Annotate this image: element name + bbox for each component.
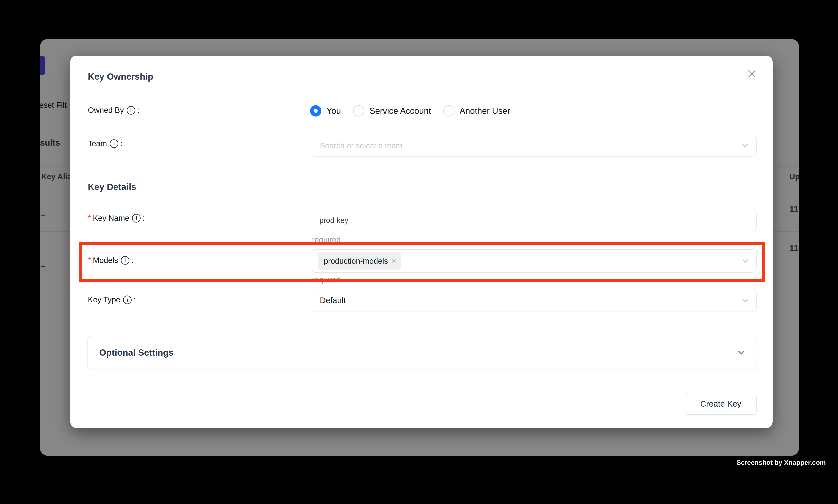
close-button[interactable] xyxy=(745,67,759,80)
optional-settings-panel[interactable]: Optional Settings xyxy=(88,336,757,369)
chevron-down-icon xyxy=(741,141,750,150)
radio-option-service-account[interactable]: Service Account xyxy=(353,105,431,116)
team-select-placeholder: Search or select a team xyxy=(311,141,402,150)
models-validation-message: required xyxy=(312,275,341,284)
create-key-button-label: Create Key xyxy=(700,399,741,409)
radio-label: Service Account xyxy=(370,106,431,116)
radio-selected-icon[interactable] xyxy=(310,105,321,116)
key-name-input[interactable] xyxy=(311,209,756,232)
team-select[interactable]: Search or select a team xyxy=(311,135,756,157)
info-icon[interactable]: i xyxy=(127,106,135,114)
label-colon: : xyxy=(133,295,136,304)
radio-unselected-icon[interactable] xyxy=(443,105,454,116)
radio-option-you[interactable]: You xyxy=(310,105,341,116)
close-icon xyxy=(746,68,757,79)
info-icon[interactable]: i xyxy=(110,139,118,148)
tag-remove-icon[interactable]: × xyxy=(391,257,396,265)
create-key-button[interactable]: Create Key xyxy=(685,393,756,415)
team-label-text: Team xyxy=(88,139,107,148)
key-type-select[interactable]: Default xyxy=(311,289,756,312)
team-label: Team i : xyxy=(88,139,122,148)
label-colon: : xyxy=(143,214,145,222)
chevron-down-icon xyxy=(741,296,750,305)
models-label: * Models i : xyxy=(88,256,133,265)
owned-by-label: Owned By i : xyxy=(88,106,139,114)
key-name-label: * Key Name i : xyxy=(88,214,145,222)
key-type-label: Key Type i : xyxy=(88,295,136,304)
required-asterisk: * xyxy=(88,256,91,265)
radio-unselected-icon[interactable] xyxy=(353,105,364,116)
watermark-text: Screenshot by Xnapper.com xyxy=(736,459,826,466)
key-details-heading: Key Details xyxy=(88,182,136,192)
optional-settings-title: Optional Settings xyxy=(99,347,174,358)
key-name-validation-message: required xyxy=(312,235,341,244)
chevron-down-icon xyxy=(737,348,746,357)
label-colon: : xyxy=(137,106,139,114)
radio-label: You xyxy=(326,106,341,116)
info-icon[interactable]: i xyxy=(121,256,129,265)
modal-title: Key Ownership xyxy=(88,71,153,82)
key-type-label-text: Key Type xyxy=(88,295,120,304)
key-type-selected-value: Default xyxy=(311,296,346,305)
label-colon: : xyxy=(131,256,133,265)
info-icon[interactable]: i xyxy=(132,214,141,222)
key-name-label-text: Key Name xyxy=(93,214,129,222)
radio-label: Another User xyxy=(460,106,510,116)
owned-by-label-text: Owned By xyxy=(88,106,124,114)
info-icon[interactable]: i xyxy=(123,295,131,304)
required-asterisk: * xyxy=(88,214,91,222)
label-colon: : xyxy=(120,139,122,148)
models-label-text: Models xyxy=(93,256,118,265)
models-select[interactable]: production-models × xyxy=(311,249,756,273)
radio-option-another-user[interactable]: Another User xyxy=(443,105,510,116)
chevron-down-icon xyxy=(741,257,750,265)
selected-model-tag-label: production-models xyxy=(324,257,388,266)
create-key-modal: Key Ownership Owned By i : You Service A… xyxy=(70,56,772,428)
owned-by-radio-group: You Service Account Another User xyxy=(310,105,510,117)
selected-model-tag: production-models × xyxy=(318,252,401,270)
